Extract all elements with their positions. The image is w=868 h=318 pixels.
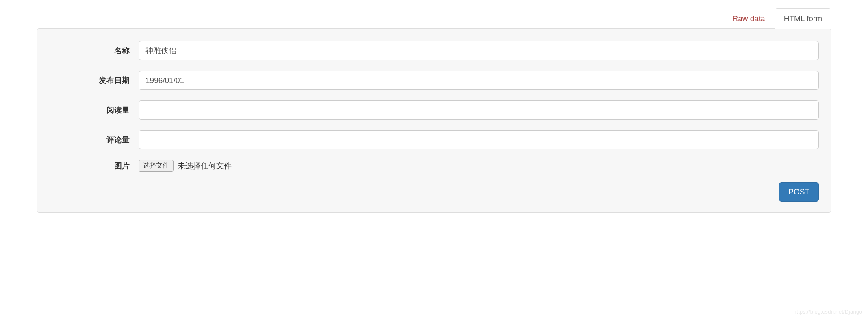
input-publish-date[interactable] <box>139 71 819 90</box>
form-row-image: 图片 选择文件 未选择任何文件 <box>49 160 819 172</box>
file-choose-button[interactable]: 选择文件 <box>139 160 174 172</box>
tab-raw-data[interactable]: Raw data <box>723 8 774 29</box>
form-row-read-count: 阅读量 <box>49 100 819 120</box>
file-status-text: 未选择任何文件 <box>178 161 232 171</box>
tab-html-form[interactable]: HTML form <box>775 8 831 29</box>
form-row-comment-count: 评论量 <box>49 130 819 149</box>
input-read-count[interactable] <box>139 100 819 120</box>
label-name: 名称 <box>49 46 139 56</box>
input-comment-count[interactable] <box>139 130 819 149</box>
label-comment-count: 评论量 <box>49 135 139 145</box>
tabs: Raw data HTML form <box>723 8 831 29</box>
button-row: POST <box>49 182 819 202</box>
post-button[interactable]: POST <box>779 182 819 202</box>
form-row-name: 名称 <box>49 41 819 60</box>
input-name[interactable] <box>139 41 819 60</box>
form-row-publish-date: 发布日期 <box>49 71 819 90</box>
label-read-count: 阅读量 <box>49 105 139 115</box>
label-publish-date: 发布日期 <box>49 75 139 86</box>
form-panel: 名称 发布日期 阅读量 评论量 图片 选择文件 未选择任何文件 POST <box>37 28 831 213</box>
tabs-container: Raw data HTML form <box>37 8 831 29</box>
label-image: 图片 <box>49 161 139 171</box>
file-control: 选择文件 未选择任何文件 <box>139 160 232 172</box>
